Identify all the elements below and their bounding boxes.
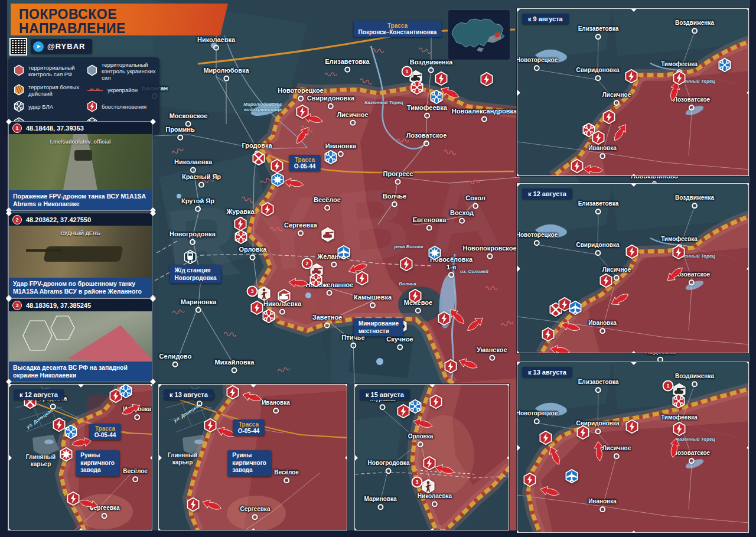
town-label: Сергеевка — [240, 506, 271, 520]
qr-pattern — [11, 39, 26, 54]
marker-drone-r-icon — [308, 272, 324, 290]
fortification-icon — [270, 223, 283, 233]
town-label: Свиридоновка — [576, 67, 619, 81]
marker-drone-r-icon — [261, 308, 276, 326]
town-label: Орловка — [408, 433, 434, 447]
town-label: Елизаветовка — [325, 58, 369, 73]
town-label: Лозоватское — [406, 132, 447, 147]
inset-date-label: к 9 августа — [522, 14, 569, 24]
fortification-icon — [371, 44, 384, 56]
town-dot — [344, 66, 350, 72]
town-name: Новогродовка — [170, 230, 216, 238]
fortification-icon — [276, 362, 291, 375]
town-dot — [397, 344, 403, 350]
town-dot — [250, 254, 256, 260]
numbered-marker: 2 — [302, 258, 313, 269]
legend-item-label: территория боевых действий — [28, 84, 83, 97]
map-poster: RYBAR БалаганНиколаевкаМиролюбовкаМосков… — [0, 0, 756, 537]
town-label: Скучное — [386, 336, 413, 350]
marker-clash-icon — [203, 418, 218, 435]
town-dot — [423, 140, 429, 146]
town-dot — [350, 119, 356, 125]
town-name: Лисичное — [337, 111, 368, 119]
inset-к-12-августа-1: ЕлизаветовкаВоздвиженкаНовоторецкоеСвири… — [517, 183, 749, 353]
town-label: Ивановка — [588, 320, 617, 334]
town-name: Тимофеевка — [661, 236, 698, 243]
photo-card-header: 348.183619, 37.385245 — [9, 299, 152, 311]
town-name: Гродовка — [242, 142, 272, 149]
marker-clash-icon — [66, 491, 81, 509]
water-label: Миролюбовское водохранилище — [243, 102, 282, 112]
marker-art-icon — [251, 151, 266, 168]
town-dot — [298, 230, 304, 236]
fortification-icon — [418, 43, 433, 56]
town-dot — [614, 275, 620, 281]
legend-item-label: укрепрайон — [107, 87, 138, 94]
town-name: Николаевка — [197, 36, 235, 44]
legend-clash-icon — [86, 100, 98, 115]
legend-item-label: удар БЛА — [28, 104, 53, 110]
marker-tank-w-icon — [320, 227, 335, 245]
town-dot — [380, 404, 386, 410]
town-name: Камышевка — [354, 294, 392, 301]
town-dot — [350, 342, 356, 348]
marker-drone-b-icon — [118, 384, 133, 401]
info-badge: Ж/д станция Новогродовка — [170, 265, 221, 284]
legend-ukrep-icon — [86, 86, 104, 96]
town-dot — [418, 441, 423, 447]
marker-clash-icon — [624, 244, 640, 262]
photo-coordinates: 48.203622, 37.427550 — [26, 216, 91, 223]
marker-number-badge: 2 — [12, 215, 22, 224]
town-label: Крутой Яр — [181, 197, 214, 212]
town-name: Свиридоновка — [576, 242, 619, 249]
rybar-badge[interactable]: ➤ @RYBAR — [31, 39, 92, 54]
marker-clash-icon — [260, 201, 275, 219]
route-badge: ТрассаО-05-44 — [90, 424, 121, 440]
town-dot — [172, 361, 178, 367]
photo-card-header: 248.203622, 37.427550 — [9, 213, 152, 226]
info-badge: Минирование местности — [354, 318, 403, 337]
town-dot — [386, 468, 392, 474]
marker-plane-b-icon — [568, 300, 583, 318]
town-name: Новоторецкое — [517, 57, 558, 64]
legend-terr-ua-icon — [86, 64, 98, 79]
town-name: Николаевка — [174, 158, 212, 166]
town-name: Елизаветовка — [578, 200, 619, 207]
numbered-marker: 1 — [402, 66, 413, 77]
town-dot — [614, 100, 620, 106]
town-dot — [599, 506, 605, 512]
town-name: Миролюбовка — [203, 67, 249, 74]
marker-drone-r-icon — [671, 393, 686, 411]
town-name: Новопокровское — [462, 245, 516, 252]
marker-drone-r-icon — [409, 80, 425, 97]
route-badge-kind: Трасса — [94, 425, 116, 432]
inset-к-9-августа-0: ЕлизаветовкаВоздвиженкаНовоторецкоеСвири… — [517, 8, 749, 176]
inset-date-label: к 15 августа — [360, 389, 410, 400]
fortification-icon — [359, 73, 374, 87]
fortification-icon — [466, 174, 481, 187]
town-name: Весёлое — [314, 196, 341, 204]
photo-watermark: t.me/sudoplatov_official — [9, 139, 152, 145]
town-dot — [599, 153, 605, 159]
marker-number-badge: 3 — [12, 301, 22, 310]
marker-clash-icon — [624, 69, 639, 86]
route-badge-kind: Трасса — [294, 157, 316, 163]
town-dot — [102, 513, 107, 519]
marker-clash-icon — [671, 245, 686, 262]
town-dot — [324, 322, 330, 328]
legend-item-clash: боестолкновения — [86, 100, 158, 115]
town-name: Новогродовка — [368, 460, 410, 467]
town-label: Миролюбовка — [203, 67, 249, 82]
town-name: Весёлое — [123, 468, 148, 475]
water-label: Казенный Торец — [364, 100, 403, 105]
town-label: Воздвиженка — [675, 19, 714, 34]
town-dot — [195, 307, 201, 313]
inset-к-13-августа-4: ГродовкаИвановкаВесёлоеСергеевкаГлиняный… — [158, 384, 347, 531]
marker-clash-icon — [434, 71, 449, 89]
tank-silhouette — [43, 246, 123, 262]
town-dot — [534, 65, 540, 71]
town-label: Сергеевка — [284, 222, 317, 236]
tank-barrel — [26, 249, 61, 252]
town-name: Елизаветовка — [578, 379, 619, 386]
numbered-marker: 3 — [412, 477, 423, 488]
